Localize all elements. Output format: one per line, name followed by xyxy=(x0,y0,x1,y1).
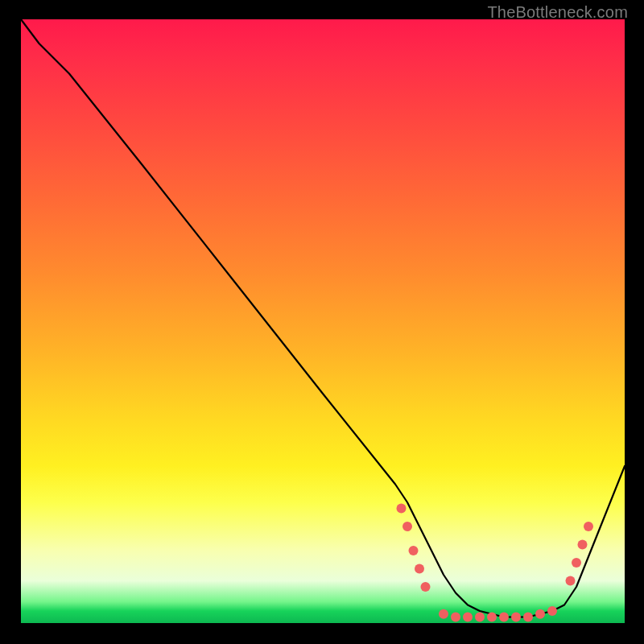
plot-area xyxy=(21,19,625,623)
data-marker xyxy=(409,546,419,555)
data-marker xyxy=(572,558,581,568)
data-marker xyxy=(547,606,557,616)
data-marker xyxy=(402,522,412,531)
data-marker xyxy=(451,613,460,622)
data-marker xyxy=(511,613,521,622)
data-marker xyxy=(397,504,407,514)
chart-frame: TheBottleneck.com xyxy=(0,0,644,644)
data-marker xyxy=(523,613,533,622)
marker-group xyxy=(397,504,594,622)
data-marker xyxy=(578,540,588,550)
data-marker xyxy=(566,576,576,586)
data-marker xyxy=(421,582,431,592)
curve-svg xyxy=(21,19,625,623)
data-marker xyxy=(463,613,473,622)
data-marker xyxy=(487,613,497,622)
data-marker xyxy=(475,613,485,622)
data-marker xyxy=(584,522,593,531)
data-marker xyxy=(535,609,545,619)
data-marker xyxy=(439,609,448,619)
data-marker xyxy=(415,564,424,574)
bottleneck-curve xyxy=(21,19,625,617)
data-marker xyxy=(499,613,509,622)
